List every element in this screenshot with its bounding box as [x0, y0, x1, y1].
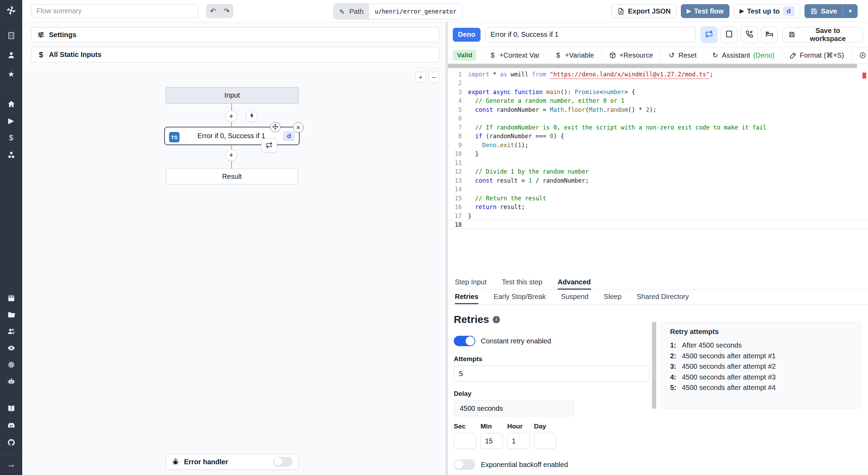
dollar-icon: $	[554, 52, 562, 59]
discord-icon[interactable]	[7, 421, 16, 430]
robot-icon[interactable]	[7, 377, 16, 386]
input-node[interactable]: Input	[166, 87, 299, 103]
code-line: 4 // Generate a random number, either 0 …	[448, 97, 868, 106]
test-up-to-button[interactable]: ▶ Test up to d	[734, 4, 800, 18]
path-editor[interactable]: ✎ Path u/henri/error_generator	[333, 3, 462, 19]
save-dropdown-button[interactable]: ▾	[843, 4, 858, 18]
add-step-button[interactable]: +	[225, 110, 237, 122]
toolbar-explore-other-s-button[interactable]: Explore other s	[852, 47, 868, 63]
sleep-button[interactable]	[761, 26, 778, 43]
exponential-backoff-toggle[interactable]	[454, 459, 475, 470]
result-node[interactable]: Result	[166, 168, 298, 184]
home-icon[interactable]	[7, 99, 16, 108]
retry-attempts-panel: Retry attempts 1:After 4500 seconds2:450…	[661, 322, 861, 409]
subtab-retries[interactable]: Retries	[455, 290, 478, 304]
folder-icon[interactable]	[7, 310, 16, 319]
tab-test-this-step[interactable]: Test this step	[502, 275, 542, 290]
save-icon	[788, 31, 795, 38]
constant-retry-toggle[interactable]	[454, 336, 475, 346]
topbar-actions: Export JSON ▶ Test flow ▶ Test up to d S…	[611, 4, 858, 18]
typescript-badge: TS	[169, 132, 180, 142]
toolbar-variable-button[interactable]: $+Variable	[547, 47, 602, 63]
add-step-button[interactable]: +	[225, 149, 237, 161]
toolbar-format-s-button[interactable]: Format (⌘+S)	[782, 47, 852, 63]
code-line: 3export async function main(): Promise<n…	[448, 88, 868, 97]
package-icon	[609, 52, 616, 59]
retries-vscrollbar-thumb[interactable]	[652, 322, 656, 409]
flow-canvas[interactable]: + − Input + TS Error if 0, Success if 1 …	[22, 67, 445, 475]
cubes-icon[interactable]	[7, 150, 16, 159]
min-input[interactable]	[481, 433, 503, 449]
toolbar-context-var-button[interactable]: $+Context Var	[482, 47, 547, 63]
undo-redo-group: ↶ ↷	[206, 4, 233, 18]
sec-input[interactable]	[454, 433, 476, 449]
retry-attempt-item: 4:4500 seconds after attempt #3	[670, 372, 852, 383]
panel-resize-handle[interactable]	[445, 22, 448, 475]
redo-button[interactable]: ↷	[220, 4, 233, 18]
flow-summary-input[interactable]	[31, 4, 198, 18]
export-json-button[interactable]: Export JSON	[611, 4, 676, 18]
windmill-logo-icon[interactable]	[4, 3, 18, 17]
validity-wrap: Valid	[448, 47, 482, 63]
line-number: 3	[448, 89, 462, 95]
toolbar-label: +Context Var	[499, 51, 540, 59]
play-icon: ▶	[740, 8, 744, 14]
step-summary-input[interactable]	[485, 27, 696, 42]
editor-header: Deno Save to workspace	[448, 22, 868, 47]
square-icon	[725, 30, 733, 39]
lightning-icon	[249, 112, 255, 121]
tab-advanced[interactable]: Advanced	[558, 275, 591, 290]
day-input[interactable]	[534, 433, 556, 449]
subtab-suspend[interactable]: Suspend	[561, 290, 589, 304]
time-field-label: Sec	[454, 423, 476, 430]
book-icon[interactable]	[7, 404, 16, 413]
tab-step-input[interactable]: Step Input	[455, 275, 486, 290]
retries-content: Retries i Constant retry enabled Attempt…	[448, 305, 868, 475]
calendar-icon[interactable]	[7, 293, 16, 302]
dollar-icon[interactable]: $	[7, 133, 16, 142]
subtab-shared-directory[interactable]: Shared Directory	[637, 290, 689, 304]
undo-button[interactable]: ↶	[206, 4, 220, 18]
save-to-workspace-button[interactable]: Save to workspace	[783, 27, 863, 42]
expand-editor-button[interactable]	[721, 26, 737, 43]
code-line: 2	[448, 79, 868, 88]
subtab-early-stop-break[interactable]: Early Stop/Break	[494, 290, 546, 304]
flow-settings-bar[interactable]: Settings	[31, 27, 439, 42]
building-icon[interactable]	[7, 31, 16, 40]
gear-icon[interactable]	[7, 360, 16, 369]
users-icon[interactable]	[7, 327, 16, 336]
eye-icon[interactable]	[7, 343, 16, 352]
time-field-day: Day	[534, 423, 556, 449]
save-button[interactable]: Save	[804, 4, 843, 18]
test-flow-button[interactable]: ▶ Test flow	[681, 4, 730, 18]
toolbar-reset-button[interactable]: ↺Reset	[661, 47, 704, 63]
retry-settings-button[interactable]	[701, 26, 717, 43]
play-icon[interactable]: ▶	[7, 116, 16, 125]
code-editor[interactable]: 1import * as wmill from "https://deno.la…	[448, 68, 868, 275]
attempts-input[interactable]	[454, 366, 649, 382]
zoom-in-button[interactable]: +	[415, 72, 426, 83]
hour-input[interactable]	[507, 433, 529, 449]
move-node-button[interactable]	[270, 122, 281, 132]
toolbar-assistant-button[interactable]: ↻Assistant(Deno)	[704, 47, 782, 63]
info-icon[interactable]: i	[493, 316, 500, 323]
save-split-button: Save ▾	[804, 4, 858, 18]
retry-loop-button[interactable]	[261, 139, 277, 152]
toolbar-resource-button[interactable]: +Resource	[602, 47, 661, 63]
error-handler-toggle[interactable]	[273, 457, 293, 467]
hscrollbar-thumb[interactable]	[448, 64, 857, 68]
webhook-button[interactable]	[741, 26, 758, 43]
error-handler-box: Error handler	[166, 454, 299, 470]
delete-node-button[interactable]: ×	[293, 122, 303, 133]
error-handler-label: Error handler	[184, 458, 269, 466]
user-icon[interactable]	[7, 50, 16, 59]
star-icon[interactable]: ★	[7, 70, 16, 79]
test-flow-label: Test flow	[694, 7, 724, 15]
trigger-bolt-button[interactable]	[246, 110, 258, 122]
subtab-sleep[interactable]: Sleep	[604, 290, 621, 304]
zoom-out-button[interactable]: −	[428, 72, 439, 83]
bug-icon	[172, 458, 180, 466]
github-icon[interactable]	[7, 438, 16, 447]
all-static-inputs-bar[interactable]: $ All Static Inputs	[31, 47, 439, 62]
arrow-right-icon[interactable]: →	[7, 460, 16, 469]
